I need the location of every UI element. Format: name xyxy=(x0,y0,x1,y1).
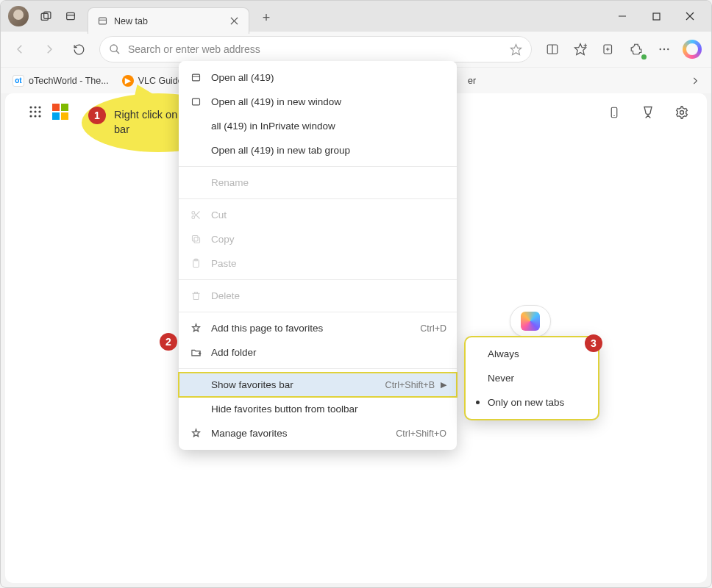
copilot-chip[interactable] xyxy=(510,305,551,337)
submenu-never[interactable]: Never xyxy=(466,366,598,390)
split-screen-icon[interactable] xyxy=(539,36,566,62)
menu-button[interactable] xyxy=(651,36,677,62)
svg-point-29 xyxy=(29,110,32,112)
collections-icon[interactable] xyxy=(595,36,622,62)
svg-point-23 xyxy=(660,49,661,50)
ctx-delete: Delete xyxy=(179,284,457,308)
toolbar-right xyxy=(539,36,705,62)
close-window-button[interactable] xyxy=(673,4,707,28)
svg-rect-38 xyxy=(192,74,199,81)
favorites-button[interactable] xyxy=(567,36,594,62)
forward-button[interactable] xyxy=(36,36,63,62)
ctx-rename: Rename xyxy=(179,171,457,195)
ctx-open-all-inprivate[interactable]: all (419) in InPrivate window xyxy=(179,114,457,138)
scissors-icon xyxy=(189,209,202,220)
separator xyxy=(179,368,457,369)
svg-point-30 xyxy=(34,110,36,112)
separator xyxy=(179,166,457,167)
favorite-label-partial: er xyxy=(468,76,476,86)
favorites-overflow-button[interactable] xyxy=(686,72,704,90)
svg-point-32 xyxy=(29,115,32,117)
svg-marker-52 xyxy=(192,429,199,437)
folder-plus-icon xyxy=(189,347,202,358)
svg-point-41 xyxy=(191,212,194,215)
workspaces-icon[interactable] xyxy=(33,4,58,29)
svg-point-12 xyxy=(110,45,117,51)
submenu-only-new-tabs[interactable]: Only on new tabs xyxy=(466,390,598,415)
svg-point-28 xyxy=(38,106,40,108)
site-icon: ot xyxy=(13,75,24,87)
annotation-badge-1: 1 xyxy=(88,107,106,124)
favorite-star-icon[interactable] xyxy=(510,43,522,56)
svg-point-42 xyxy=(191,216,194,219)
submenu-always[interactable]: Always xyxy=(466,342,598,366)
svg-rect-40 xyxy=(192,98,199,105)
ctx-paste: Paste xyxy=(179,251,457,276)
svg-point-25 xyxy=(667,49,669,50)
star-icon xyxy=(189,428,202,439)
profile-avatar[interactable] xyxy=(8,6,29,26)
titlebar: New tab + xyxy=(1,1,711,32)
trash-icon xyxy=(189,290,202,301)
address-placeholder: Search or enter web address xyxy=(128,43,510,55)
app-launcher-icon[interactable] xyxy=(29,105,42,118)
minimize-button[interactable] xyxy=(605,4,639,28)
tab-actions-icon[interactable] xyxy=(58,4,83,29)
show-favorites-bar-submenu: Always Never Only on new tabs xyxy=(466,337,598,419)
ctx-hide-favorites-button[interactable]: Hide favorites button from toolbar xyxy=(179,397,457,421)
refresh-button[interactable] xyxy=(65,36,92,62)
annotation-badge-2: 2 xyxy=(160,333,177,351)
ctx-open-all-new-window[interactable]: Open all (419) in new window xyxy=(179,90,457,114)
back-button[interactable] xyxy=(7,36,33,62)
star-plus-icon xyxy=(189,323,202,334)
svg-point-26 xyxy=(29,106,32,108)
copy-icon xyxy=(189,234,202,245)
svg-rect-45 xyxy=(194,237,200,243)
ctx-show-favorites-bar[interactable]: Show favorites bar Ctrl+Shift+B ▶ xyxy=(179,373,457,397)
ctx-add-folder[interactable]: Add folder xyxy=(179,340,457,365)
copilot-button[interactable] xyxy=(679,36,705,62)
extensions-icon[interactable] xyxy=(623,36,649,62)
separator xyxy=(179,198,457,199)
svg-marker-49 xyxy=(192,324,199,331)
ctx-copy: Copy xyxy=(179,227,457,251)
context-menu: Open all (419) Open all (419) in new win… xyxy=(179,61,457,450)
search-icon xyxy=(109,43,121,55)
window-controls xyxy=(605,1,707,32)
svg-point-31 xyxy=(38,110,40,112)
site-icon: ▶ xyxy=(122,75,134,87)
ctx-add-page[interactable]: Add this page to favorites Ctrl+D xyxy=(179,316,457,340)
new-tab-button[interactable]: + xyxy=(255,7,277,29)
settings-icon[interactable] xyxy=(672,102,692,123)
svg-marker-14 xyxy=(510,44,521,54)
svg-point-33 xyxy=(34,115,36,117)
selected-indicator xyxy=(476,401,480,404)
svg-point-27 xyxy=(34,106,36,108)
chevron-right-icon: ▶ xyxy=(441,380,446,390)
separator xyxy=(179,312,457,312)
tab-title: New tab xyxy=(114,16,227,26)
ctx-manage-favorites[interactable]: Manage favorites Ctrl+Shift+O xyxy=(179,421,457,445)
favorite-link[interactable]: ot oTechWorld - The... xyxy=(8,72,113,90)
ctx-open-all-tab-group[interactable]: Open all (419) in new tab group xyxy=(179,138,457,162)
rewards-icon[interactable] xyxy=(638,102,658,123)
mobile-icon[interactable] xyxy=(604,102,624,123)
annotation-badge-3: 3 xyxy=(585,334,602,352)
tab-close-button[interactable] xyxy=(227,14,241,29)
favorite-label: oTechWorld - The... xyxy=(29,76,109,86)
svg-rect-4 xyxy=(99,18,107,24)
svg-point-37 xyxy=(680,111,684,115)
svg-rect-1 xyxy=(43,12,50,18)
window-icon xyxy=(189,96,202,107)
ctx-open-all[interactable]: Open all (419) xyxy=(179,65,457,90)
svg-line-13 xyxy=(116,51,119,54)
svg-rect-2 xyxy=(67,12,75,19)
svg-rect-46 xyxy=(192,236,198,242)
microsoft-logo xyxy=(52,104,68,120)
maximize-button[interactable] xyxy=(639,4,673,28)
separator xyxy=(179,279,457,280)
svg-rect-0 xyxy=(41,13,48,20)
address-bar[interactable]: Search or enter web address xyxy=(99,36,532,62)
browser-tab[interactable]: New tab xyxy=(88,7,249,34)
svg-point-34 xyxy=(38,115,40,117)
